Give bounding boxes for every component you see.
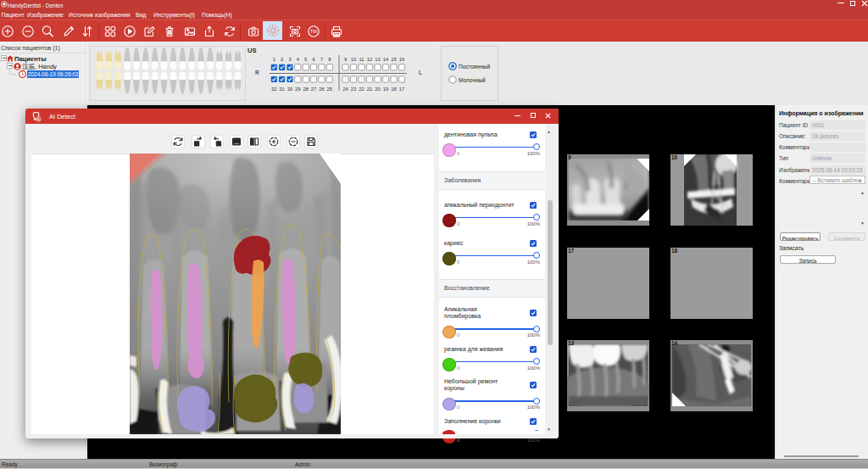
- svg-text:30: 30: [287, 87, 292, 92]
- svg-text:1: 1: [273, 57, 275, 62]
- svg-text:3: 3: [288, 57, 291, 62]
- svg-text:8: 8: [328, 57, 331, 62]
- svg-text:7: 7: [320, 57, 323, 62]
- svg-text:24: 24: [342, 87, 348, 92]
- svg-text:9: 9: [344, 57, 347, 62]
- svg-text:2: 2: [281, 57, 283, 62]
- svg-text:14: 14: [383, 57, 389, 62]
- svg-text:AI: AI: [37, 117, 40, 120]
- svg-text:31: 31: [279, 87, 284, 92]
- svg-text:4: 4: [297, 57, 300, 62]
- svg-text:17: 17: [399, 87, 404, 92]
- svg-text:22: 22: [359, 87, 364, 92]
- svg-text:20: 20: [375, 87, 380, 92]
- svg-text:16: 16: [399, 57, 404, 62]
- svg-text:12: 12: [367, 57, 372, 62]
- svg-text:TW: TW: [310, 29, 318, 34]
- svg-text:26: 26: [319, 87, 324, 92]
- svg-text:18: 18: [391, 87, 396, 92]
- svg-text:6: 6: [312, 57, 314, 62]
- svg-text:19: 19: [383, 87, 388, 92]
- svg-text:21: 21: [367, 87, 372, 92]
- svg-text:29: 29: [295, 87, 300, 92]
- svg-text:11: 11: [359, 57, 364, 62]
- svg-text:10: 10: [351, 57, 356, 62]
- svg-text:32: 32: [271, 87, 276, 92]
- svg-text:27: 27: [311, 87, 316, 92]
- svg-text:23: 23: [351, 87, 356, 92]
- svg-text:25: 25: [327, 87, 332, 92]
- svg-text:15: 15: [391, 57, 396, 62]
- svg-text:28: 28: [303, 87, 308, 92]
- svg-text:13: 13: [375, 57, 380, 62]
- svg-text:5: 5: [304, 57, 307, 62]
